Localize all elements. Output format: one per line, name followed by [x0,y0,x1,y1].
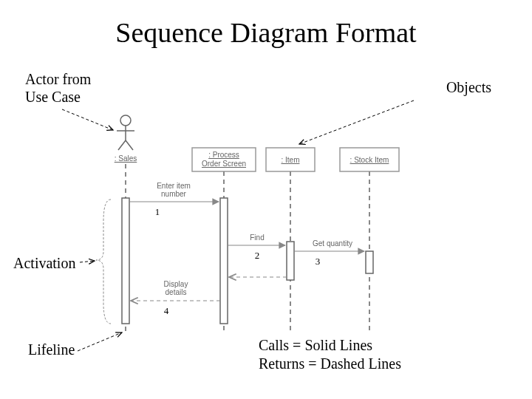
svg-text:number: number [161,190,187,198]
message-display-details: Display details 4 [131,280,220,316]
message-find: Find 2 [228,233,285,261]
svg-text:: Process: : Process [208,151,239,159]
svg-point-0 [120,115,131,126]
object-item: : Item [266,148,315,171]
step-number-4: 4 [164,305,169,316]
svg-text:Get quantity: Get quantity [313,239,352,248]
object-stock-item: : Stock Item [340,148,399,171]
actor-label: : Sales [115,154,137,163]
sequence-diagram: : Sales : Process Order Screen : Item : … [0,0,532,399]
step-number-2: 2 [255,250,260,261]
step-number-1: 1 [155,206,160,217]
annotation-arrow-lifeline [78,332,122,351]
step-number-3: 3 [316,256,321,267]
svg-text:Find: Find [250,233,264,242]
activation-p3 [366,251,373,273]
activation-p2 [287,242,294,280]
svg-text:Order Screen: Order Screen [202,160,246,168]
message-get-quantity: Get quantity 3 [294,239,364,267]
activation-brace [96,200,111,324]
annotation-arrow-actor [62,109,113,130]
object-process-order-screen: : Process Order Screen [192,148,256,171]
svg-line-4 [126,140,133,150]
message-enter-item-number: Enter item number 1 [129,182,219,217]
svg-text:Enter item: Enter item [157,182,191,190]
activation-actor [122,198,129,324]
svg-text:: Item: : Item [281,156,299,164]
annotation-arrow-objects [299,100,414,144]
activation-p1 [220,198,228,324]
svg-line-3 [118,140,126,150]
svg-text:details: details [166,288,187,296]
svg-text:Display: Display [164,280,188,288]
actor-sales: : Sales [115,115,137,163]
annotation-arrow-activation [80,261,95,262]
svg-text:: Stock Item: : Stock Item [350,156,389,164]
